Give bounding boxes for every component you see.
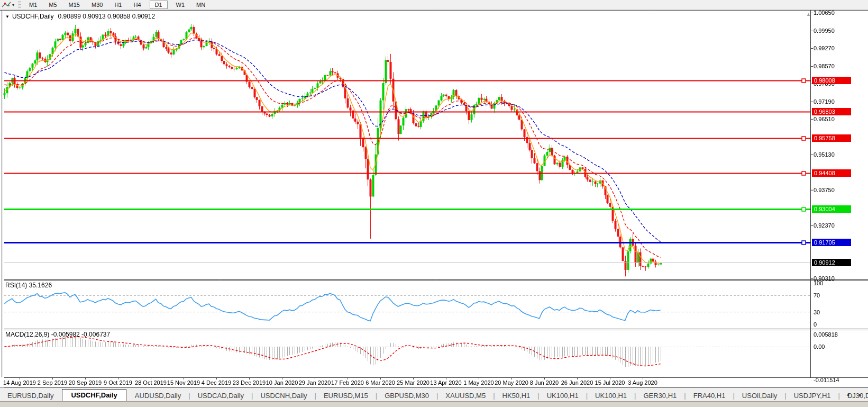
tab-xauusd-m5[interactable]: XAUUSD,M5 [438,390,493,402]
rsi-value: 35.1626 [29,282,52,289]
price-axis-label: 0.98570 [814,63,835,69]
tab-eurusd-m15[interactable]: EURUSD,M15 [316,390,376,402]
rsi-axis-label: 100 [814,280,823,286]
price-axis-label: 0.99270 [814,45,835,51]
macd-axis-label: -0.011514 [814,377,839,383]
timeframe-button-m15[interactable]: M15 [63,1,85,9]
price-axis-label: 0.92370 [814,222,835,229]
level-price-badge: 0.95758 [812,134,851,142]
tab-audusd-daily[interactable]: AUDUSD,Daily [127,390,188,402]
tab-usdjpy-h1[interactable]: USDJPY,H1 [787,390,838,402]
timeframe-button-mn[interactable]: MN [191,1,211,9]
timeframe-button-h1[interactable]: H1 [109,1,127,9]
rsi-name: RSI(14) [5,282,27,289]
tab-uk100-h1[interactable]: UK100,H1 [588,390,634,402]
tab-usdcnh-daily[interactable]: USDCNH,Daily [253,390,314,402]
chart-canvas[interactable] [0,10,868,387]
timeframe-button-w1[interactable]: W1 [171,1,190,9]
ohlc-values: 0.90899 0.90913 0.90858 0.90912 [58,13,156,20]
macd-values: -0.005982 -0.006737 [51,331,110,338]
tab-eurusd-daily[interactable]: EURUSD,Daily [0,390,61,402]
current-price-badge: 0.90912 [812,259,851,266]
tab-gbpusd-m30[interactable]: GBPUSD,M30 [377,390,436,402]
tab-usdchf-daily[interactable]: USDCHF,Daily [62,389,126,402]
level-price-badge: 0.94408 [812,169,851,177]
chart-tool-icon[interactable] [1,1,12,9]
price-axis-label: 1.00650 [814,10,835,16]
rsi-axis-label: 70 [814,292,820,299]
toolbar-grip[interactable] [18,1,21,8]
tabs-container: EURUSD,DailyUSDCHF,DailyAUDUSD,Daily|USD… [0,389,868,402]
chart-window: ▼USDCHF,Daily0.90899 0.90913 0.90858 0.9… [0,10,868,387]
symbol-dropdown-icon[interactable]: ▼ [5,14,10,19]
chart-tool-caret-icon[interactable]: ▾ [12,3,14,7]
level-price-badge: 0.91705 [812,239,851,246]
tab-usoil-daily[interactable]: USOil,Daily [735,390,784,402]
macd-indicator-label: MACD(12,26,9) -0.005982 -0.006737 [5,331,110,338]
rsi-axis-label: 30 [814,309,820,315]
bottom-strip [0,401,868,407]
timeframe-toolbar: ▾ M1M5M15M30H1H4D1W1MN [0,0,868,10]
rsi-axis-label: 0 [814,321,817,328]
macd-axis-label: 0.00 [814,343,825,350]
price-axis-label: 0.96510 [814,116,835,122]
price-axis-label: 0.99950 [814,28,835,34]
price-axis-label: 0.95130 [814,151,835,158]
timeframe-button-d1[interactable]: D1 [150,1,168,9]
macd-axis-label: 0.005818 [814,331,838,338]
tab-usdcad-daily[interactable]: USDCAD,Daily [190,390,251,402]
rsi-indicator-label: RSI(14) 35.1626 [5,282,52,289]
timeframe-button-m1[interactable]: M1 [24,1,42,9]
timeframe-buttons: M1M5M15M30H1H4D1W1MN [23,2,211,8]
timeframe-button-m5[interactable]: M5 [43,1,62,9]
level-price-badge: 0.98008 [812,77,851,84]
tab-scroll-arrows[interactable]: ◂ ▸ [846,392,866,397]
chart-scroll-marker-icon[interactable]: ▲ [806,12,811,17]
macd-name: MACD(12,26,9) [5,331,49,338]
price-axis-label: 0.93750 [814,187,835,193]
price-axis-label: 0.97190 [814,98,835,105]
timeframe-button-h4[interactable]: H4 [128,1,146,9]
tab-uk100-h1[interactable]: UK100,H1 [540,390,586,402]
symbol-name: USDCHF,Daily [12,13,54,20]
tab-hk50-h1[interactable]: HK50,H1 [495,390,538,402]
chart-tab-bar: EURUSD,DailyUSDCHF,DailyAUDUSD,Daily|USD… [0,387,868,402]
level-price-badge: 0.96803 [812,108,851,115]
tab-fra40-h1[interactable]: FRA40,H1 [686,390,733,402]
level-price-badge: 0.93004 [812,205,851,213]
timeframe-button-m30[interactable]: M30 [86,1,108,9]
date-axis-label: 3 Aug 2020 [620,379,665,386]
tab-ger30-h1[interactable]: GER30,H1 [636,390,684,402]
chart-title: ▼USDCHF,Daily0.90899 0.90913 0.90858 0.9… [5,13,155,20]
